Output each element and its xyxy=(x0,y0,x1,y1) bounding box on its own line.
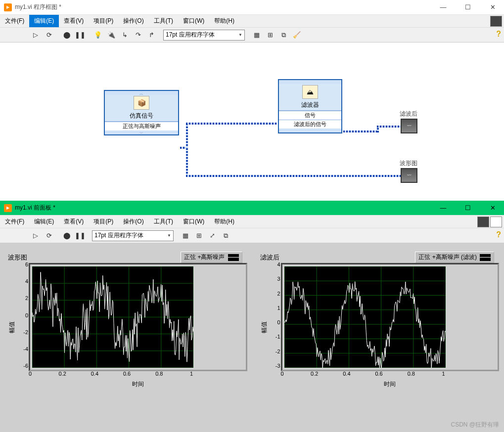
waveform-graph-1[interactable]: 波形图 正弦 +高斯噪声 -6-4-2024600.20.40.60.81 幅值… xyxy=(5,253,247,422)
watermark: CSDN @狂野有璍 xyxy=(451,421,499,429)
reorder-icon[interactable]: ⧉ xyxy=(277,29,289,41)
menu-view[interactable]: 查看(V) xyxy=(59,15,89,27)
step-into-icon[interactable]: ↳ xyxy=(119,29,131,41)
ytick: 0 xyxy=(277,319,282,325)
block-diagram-canvas[interactable]: ︿ 📦 仿真信号 正弦与高斯噪声 ﹀ ⛰ 滤波器 信号 滤波后的信号 滤波后 〰… xyxy=(0,43,504,201)
filter-node[interactable]: ⛰ 滤波器 信号 滤波后的信号 xyxy=(278,79,342,133)
pause-button[interactable]: ❚❚ xyxy=(74,230,86,242)
vi-icon[interactable] xyxy=(477,216,489,227)
wire[interactable] xyxy=(343,130,378,132)
expand-down-icon[interactable]: ﹀ xyxy=(139,130,143,134)
legend-swatch-icon xyxy=(228,254,239,261)
step-out-icon[interactable]: ↱ xyxy=(145,29,157,41)
run-button[interactable]: ▷ xyxy=(30,230,42,242)
abort-button[interactable]: ⬤ xyxy=(61,29,73,41)
menu-project[interactable]: 项目(P) xyxy=(89,216,118,228)
menu-view[interactable]: 查看(V) xyxy=(59,216,89,228)
ytick: 2 xyxy=(25,295,30,301)
ytick: -2 xyxy=(275,348,282,354)
filtered-terminal-label: 滤波后 xyxy=(400,110,417,118)
xtick: 0 xyxy=(29,370,32,377)
signal-icon: 📦 xyxy=(134,96,149,110)
reorder-icon[interactable]: ⧉ xyxy=(220,230,231,242)
xtick: 0.8 xyxy=(408,370,415,377)
block-diagram-titlebar: my1.vi 程序框图 * — ☐ ✕ xyxy=(0,0,504,15)
app-icon xyxy=(4,204,12,212)
menu-file[interactable]: 文件(F) xyxy=(0,15,29,27)
minimize-button[interactable]: — xyxy=(436,203,451,213)
menubar-bd: 文件(F) 编辑(E) 查看(V) 项目(P) 操作(O) 工具(T) 窗口(W… xyxy=(0,15,504,28)
menu-window[interactable]: 窗口(W) xyxy=(178,15,209,27)
plot-canvas-2 xyxy=(284,266,446,368)
filtered-terminal[interactable]: 〰 xyxy=(401,119,417,133)
close-button[interactable]: ✕ xyxy=(485,203,500,213)
ytick: -2 xyxy=(23,329,30,335)
xtick: 0.8 xyxy=(155,370,163,377)
minimize-button[interactable]: — xyxy=(436,2,451,12)
menu-operate[interactable]: 操作(O) xyxy=(118,15,148,27)
wire[interactable] xyxy=(377,126,401,128)
xtick: 0.6 xyxy=(123,370,131,377)
vi-icon[interactable] xyxy=(490,16,502,27)
wire[interactable] xyxy=(186,123,277,125)
wire[interactable] xyxy=(186,175,401,177)
context-help-icon[interactable]: ? xyxy=(496,230,501,239)
graph2-ylabel: 幅值 xyxy=(260,321,269,333)
maximize-button[interactable]: ☐ xyxy=(460,2,475,12)
graph1-legend[interactable]: 正弦 +高斯噪声 xyxy=(181,252,242,263)
xtick: 0.4 xyxy=(343,370,350,377)
menu-file[interactable]: 文件(F) xyxy=(0,216,29,228)
xtick: 0 xyxy=(280,370,283,377)
align-icon[interactable]: ▦ xyxy=(180,230,191,242)
xtick: 1 xyxy=(190,370,193,377)
run-continuous-button[interactable]: ⟳ xyxy=(43,230,55,242)
distribute-icon[interactable]: ⊞ xyxy=(193,230,205,242)
menubar-fp: 文件(F) 编辑(E) 查看(V) 项目(P) 操作(O) 工具(T) 窗口(W… xyxy=(0,216,504,228)
highlight-exec-icon[interactable]: 💡 xyxy=(92,29,104,41)
menu-tools[interactable]: 工具(T) xyxy=(149,15,178,27)
graph2-legend[interactable]: 正弦 +高斯噪声 (滤波) xyxy=(415,252,494,263)
pause-button[interactable]: ❚❚ xyxy=(74,29,86,41)
ytick: 4 xyxy=(25,278,30,284)
menu-operate[interactable]: 操作(O) xyxy=(118,216,148,228)
wire[interactable] xyxy=(186,147,188,176)
app-icon xyxy=(4,3,12,11)
ytick: -6 xyxy=(23,363,30,369)
menu-tools[interactable]: 工具(T) xyxy=(149,216,178,228)
ytick: 4 xyxy=(277,261,282,267)
menu-project[interactable]: 项目(P) xyxy=(89,15,118,27)
distribute-icon[interactable]: ⊞ xyxy=(264,29,276,41)
font-select[interactable]: 17pt 应用程序字体 xyxy=(92,230,174,241)
maximize-button[interactable]: ☐ xyxy=(460,203,475,213)
window-title-fp: my1.vi 前面板 * xyxy=(15,204,436,212)
run-button[interactable]: ▷ xyxy=(30,29,42,41)
xtick: 0.2 xyxy=(311,370,318,377)
align-icon[interactable]: ▦ xyxy=(251,29,263,41)
window-title-bd: my1.vi 程序框图 * xyxy=(15,3,436,11)
close-button[interactable]: ✕ xyxy=(485,2,500,12)
graph1-ylabel: 幅值 xyxy=(8,321,16,333)
ytick: 0 xyxy=(25,312,30,318)
front-panel-canvas[interactable]: 波形图 正弦 +高斯噪声 -6-4-2024600.20.40.60.81 幅值… xyxy=(0,243,504,432)
menu-help[interactable]: 帮助(H) xyxy=(209,216,239,228)
legend-swatch-icon xyxy=(480,254,491,261)
resize-icon[interactable]: ⤢ xyxy=(206,230,218,242)
abort-button[interactable]: ⬤ xyxy=(61,230,73,242)
menu-edit[interactable]: 编辑(E) xyxy=(29,216,59,228)
menu-edit[interactable]: 编辑(E) xyxy=(29,15,59,27)
plot-canvas-1 xyxy=(32,266,193,368)
cleanup-icon[interactable]: 🧹 xyxy=(291,29,303,41)
retain-wire-icon[interactable]: 🔌 xyxy=(105,29,117,41)
waveform-graph-2[interactable]: 滤波后 正弦 +高斯噪声 (滤波) -3-2-10123400.20.40.60… xyxy=(257,253,500,422)
wire[interactable] xyxy=(186,123,188,149)
step-over-icon[interactable]: ↷ xyxy=(132,29,144,41)
menu-window[interactable]: 窗口(W) xyxy=(178,216,209,228)
simulate-signal-node[interactable]: ︿ 📦 仿真信号 正弦与高斯噪声 ﹀ xyxy=(104,90,179,135)
menu-help[interactable]: 帮助(H) xyxy=(209,15,239,27)
expand-chevron-icon[interactable]: ︿ xyxy=(139,91,143,95)
font-select[interactable]: 17pt 应用程序字体 xyxy=(163,30,245,41)
connector-pane-icon[interactable] xyxy=(490,216,502,227)
context-help-icon[interactable]: ? xyxy=(496,30,501,39)
run-continuous-button[interactable]: ⟳ xyxy=(43,29,55,41)
waveform-terminal[interactable]: 〰 xyxy=(401,168,417,183)
